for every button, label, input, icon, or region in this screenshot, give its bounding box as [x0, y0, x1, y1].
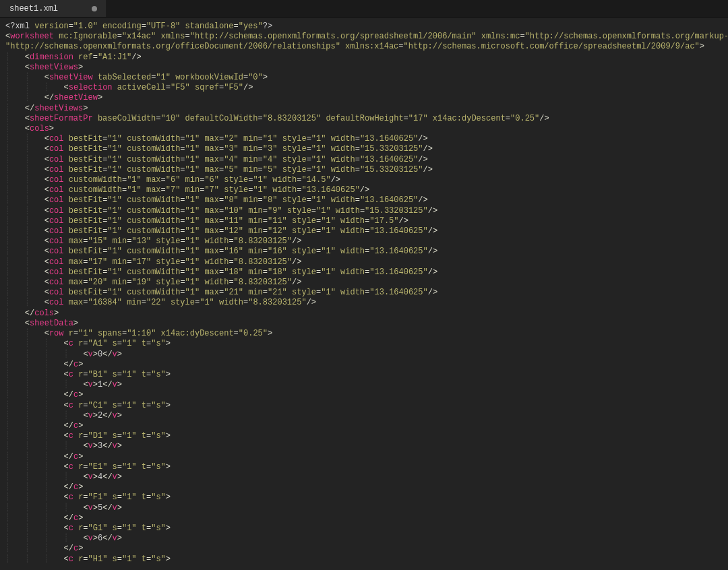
code-line: ┊ ┊ ┊ </c>	[5, 482, 728, 493]
code-line: ┊ <dimension ref="A1:J1"/>	[5, 53, 728, 63]
code-line: ┊ ┊ <col bestFit="1" customWidth="1" max…	[5, 247, 728, 257]
code-line: ┊ <sheetViews>	[5, 63, 728, 73]
code-line: ┊ <cols>	[5, 124, 728, 134]
code-line: ┊ </sheetViews>	[5, 104, 728, 114]
code-line: ┊ ┊ <col customWidth="1" max="7" min="7"…	[5, 185, 728, 195]
code-line: ┊ ┊ <col bestFit="1" customWidth="1" max…	[5, 206, 728, 216]
code-line: ┊ ┊ ┊ ┊ <v>1</v>	[5, 380, 728, 390]
code-line: ┊ ┊ <col bestFit="1" customWidth="1" max…	[5, 165, 728, 175]
code-line: ┊ <sheetFormatPr baseColWidth="10" defau…	[5, 114, 728, 124]
code-line: ┊ ┊ <col bestFit="1" customWidth="1" max…	[5, 267, 728, 278]
dirty-icon	[92, 6, 97, 11]
code-line: ┊ ┊ ┊ ┊ <v>3</v>	[5, 441, 728, 451]
code-line: ┊ ┊ ┊ ┊ <v>2</v>	[5, 411, 728, 421]
tab-bar: sheet1.xml	[0, 0, 728, 18]
code-line: ┊ ┊ <col max="20" min="19" style="1" wid…	[5, 278, 728, 288]
code-line: ┊ <sheetData>	[5, 319, 728, 329]
code-line: ┊ ┊ <sheetView tabSelected="1" workbookV…	[5, 73, 728, 83]
code-line: ┊ ┊ <row r="1" spans="1:10" x14ac:dyDesc…	[5, 329, 728, 339]
code-line: ┊ ┊ <col max="15" min="13" style="1" wid…	[5, 236, 728, 247]
code-line: ┊ ┊ ┊ </c>	[5, 360, 728, 370]
code-line: ┊ </cols>	[5, 309, 728, 319]
editor-tab[interactable]: sheet1.xml	[0, 0, 107, 17]
tab-filename: sheet1.xml	[9, 4, 58, 13]
code-line: ┊ ┊ ┊ <c r="G1" s="1" t="s">	[5, 524, 728, 534]
code-line: ┊ ┊ ┊ </c>	[5, 390, 728, 400]
code-line: ┊ ┊ ┊ <c r="A1" s="1" t="s">	[5, 339, 728, 349]
code-line: ┊ ┊ ┊ <c r="E1" s="1" t="s">	[5, 462, 728, 472]
code-line: ┊ ┊ ┊ ┊ <v>0</v>	[5, 350, 728, 360]
code-line: ┊ ┊ <col bestFit="1" customWidth="1" max…	[5, 155, 728, 165]
code-line: ┊ ┊ <col bestFit="1" customWidth="1" max…	[5, 134, 728, 144]
code-line: ┊ ┊ ┊ </c>	[5, 544, 728, 554]
code-line: ┊ ┊ ┊ </c>	[5, 421, 728, 431]
code-line: ┊ ┊ ┊ <selection activeCell="F5" sqref="…	[5, 83, 728, 93]
code-line: ┊ ┊ ┊ </c>	[5, 513, 728, 524]
code-line: ┊ ┊ ┊ ┊ <v>5</v>	[5, 503, 728, 513]
code-line: ┊ ┊ ┊ <c r="D1" s="1" t="s">	[5, 431, 728, 441]
code-line: <worksheet mc:Ignorable="x14ac" xmlns="h…	[5, 32, 728, 42]
code-line: ┊ ┊ ┊ ┊ <v>4</v>	[5, 472, 728, 482]
code-editor[interactable]: <?xml version="1.0" encoding="UTF-8" sta…	[0, 18, 728, 565]
code-line: ┊ ┊ ┊ <c r="B1" s="1" t="s">	[5, 370, 728, 380]
code-line: ┊ ┊ <col bestFit="1" customWidth="1" max…	[5, 288, 728, 298]
code-line: ┊ ┊ <col max="16384" min="22" style="1" …	[5, 298, 728, 308]
code-line: ┊ ┊ <col customWidth="1" max="6" min="6"…	[5, 175, 728, 185]
code-line: ┊ ┊ ┊ <c r="H1" s="1" t="s">	[5, 555, 728, 565]
code-line: ┊ ┊ ┊ <c r="C1" s="1" t="s">	[5, 401, 728, 411]
code-line: ┊ ┊ <col bestFit="1" customWidth="1" max…	[5, 226, 728, 236]
code-line: ┊ ┊ ┊ <c r="F1" s="1" t="s">	[5, 493, 728, 503]
code-line: ┊ ┊ <col bestFit="1" customWidth="1" max…	[5, 195, 728, 205]
code-line: ┊ ┊ </sheetView>	[5, 93, 728, 103]
code-line: ┊ ┊ <col bestFit="1" customWidth="1" max…	[5, 144, 728, 154]
code-line: ┊ ┊ ┊ ┊ <v>6</v>	[5, 534, 728, 544]
code-line: <?xml version="1.0" encoding="UTF-8" sta…	[5, 22, 728, 32]
code-line: ┊ ┊ ┊ </c>	[5, 452, 728, 462]
code-line: ┊ ┊ <col max="17" min="17" style="1" wid…	[5, 257, 728, 267]
code-line: "http://schemas.openxmlformats.org/offic…	[5, 42, 728, 52]
code-line: ┊ ┊ <col bestFit="1" customWidth="1" max…	[5, 216, 728, 226]
